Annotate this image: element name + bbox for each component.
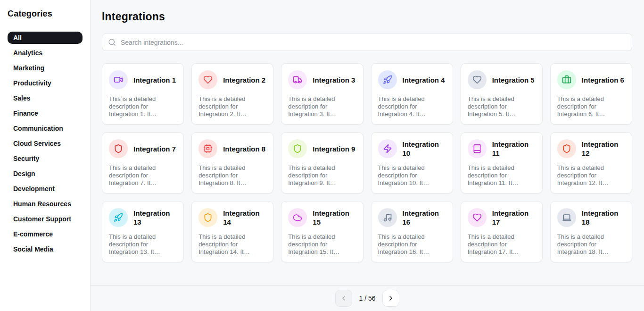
integration-title: Integration 6 [582,76,624,84]
card-header: Integration 10 [378,139,446,158]
integration-card[interactable]: Integration 17 This is a detailed descri… [461,201,543,262]
integration-card[interactable]: Integration 16 This is a detailed descri… [371,201,453,262]
sidebar-item-analytics[interactable]: Analytics [8,47,83,59]
integration-card[interactable]: Integration 11 This is a detailed descri… [461,132,543,193]
integration-description: This is a detailed description for Integ… [109,233,177,256]
card-header: Integration 6 [557,70,625,89]
integration-title: Integration 11 [492,140,536,158]
card-icon-circle [109,208,128,227]
sidebar-item-social-media[interactable]: Social Media [8,243,83,255]
card-icon-circle [557,70,576,89]
integration-description: This is a detailed description for Integ… [378,95,446,118]
card-icon-circle [288,208,307,227]
card-header: Integration 14 [198,208,266,227]
card-icon-circle [288,139,307,158]
app-root: Categories All Analytics Marketing Produ… [0,0,644,311]
integration-card[interactable]: Integration 1 This is a detailed descrip… [102,63,184,125]
integration-card[interactable]: Integration 6 This is a detailed descrip… [550,63,632,125]
integration-description: This is a detailed description for Integ… [288,95,356,118]
next-page-button[interactable] [382,290,399,307]
integration-title: Integration 9 [313,144,355,153]
integration-card[interactable]: Integration 10 This is a detailed descri… [371,132,453,193]
sidebar-item-marketing[interactable]: Marketing [8,62,83,74]
shield-icon [114,144,123,153]
integration-card[interactable]: Integration 15 This is a detailed descri… [281,201,363,262]
sidebar-item-all[interactable]: All [8,32,83,44]
truck-icon [293,75,302,84]
card-icon-circle [198,139,217,158]
integration-title: Integration 3 [313,76,355,84]
heart-icon [472,213,482,222]
integration-title: Integration 12 [582,140,625,158]
integration-card[interactable]: Integration 12 This is a detailed descri… [550,132,632,193]
card-icon-circle [468,139,487,158]
sidebar-item-e-commerce[interactable]: E-commerce [8,228,83,240]
sidebar-item-label: Analytics [13,49,42,57]
sidebar-item-security[interactable]: Security [8,152,83,165]
integration-title: Integration 8 [223,144,265,153]
integration-card[interactable]: Integration 13 This is a detailed descri… [102,201,184,262]
rocket-icon [383,75,392,84]
integration-card[interactable]: Integration 2 This is a detailed descrip… [191,63,273,125]
card-icon-circle [198,70,217,89]
integration-card[interactable]: Integration 4 This is a detailed descrip… [371,63,453,125]
integration-description: This is a detailed description for Integ… [557,233,625,256]
search-box[interactable] [102,34,632,51]
integration-description: This is a detailed description for Integ… [109,95,177,118]
sidebar-item-customer-support[interactable]: Customer Support [8,213,83,225]
integration-title: Integration 1 [133,76,176,84]
main-content: Integrations Integration 1 This is a det… [91,0,644,311]
sidebar-item-communication[interactable]: Communication [8,122,83,134]
sidebar-item-label: Finance [13,109,38,117]
card-icon-circle [557,208,576,227]
integration-description: This is a detailed description for Integ… [288,233,356,256]
card-header: Integration 5 [468,70,536,89]
sidebar-item-productivity[interactable]: Productivity [8,77,83,89]
integration-title: Integration 2 [223,76,265,84]
sidebar-item-human-resources[interactable]: Human Resources [8,198,83,210]
sidebar-item-design[interactable]: Design [8,168,83,180]
pagination: 1 / 56 [91,285,644,311]
card-icon-circle [378,70,397,89]
book-icon [472,144,482,153]
sidebar-item-label: Productivity [13,79,51,87]
card-icon-circle [109,139,128,158]
integration-card[interactable]: Integration 3 This is a detailed descrip… [281,63,363,125]
category-list: All Analytics Marketing Productivity Sal… [8,32,83,255]
heart-icon [472,75,482,84]
integration-card[interactable]: Integration 14 This is a detailed descri… [191,201,273,262]
sidebar-item-cloud-services[interactable]: Cloud Services [8,137,83,150]
card-header: Integration 15 [288,208,356,227]
prev-page-button[interactable] [335,290,352,307]
chevron-right-icon [387,294,395,302]
integration-card[interactable]: Integration 5 This is a detailed descrip… [461,63,543,125]
integration-card[interactable]: Integration 8 This is a detailed descrip… [191,132,273,193]
shield-icon [203,213,213,222]
card-header: Integration 18 [557,208,625,227]
sidebar-item-development[interactable]: Development [8,183,83,195]
chevron-left-icon [340,294,347,302]
shield-icon [562,144,571,153]
integration-description: This is a detailed description for Integ… [378,233,446,256]
sidebar-item-label: Security [13,155,39,162]
integration-card[interactable]: Integration 7 This is a detailed descrip… [102,132,184,193]
integration-description: This is a detailed description for Integ… [557,95,625,118]
integration-description: This is a detailed description for Integ… [198,164,266,187]
integration-card[interactable]: Integration 18 This is a detailed descri… [550,201,632,262]
sidebar-item-label: Development [13,185,55,193]
page-title: Integrations [102,10,632,23]
sidebar-item-label: All [13,34,22,42]
card-icon-circle [378,208,397,227]
sidebar-item-label: Communication [13,125,63,132]
sidebar-item-sales[interactable]: Sales [8,92,83,104]
integration-description: This is a detailed description for Integ… [557,164,625,187]
card-icon-circle [468,208,487,227]
card-header: Integration 9 [288,139,356,158]
sidebar-item-finance[interactable]: Finance [8,107,83,119]
integration-card[interactable]: Integration 9 This is a detailed descrip… [281,132,363,193]
sidebar: Categories All Analytics Marketing Produ… [0,0,91,311]
sidebar-item-label: Cloud Services [13,140,61,147]
sidebar-item-label: Sales [13,94,31,102]
search-input[interactable] [121,39,626,46]
cloud-icon [293,213,302,222]
